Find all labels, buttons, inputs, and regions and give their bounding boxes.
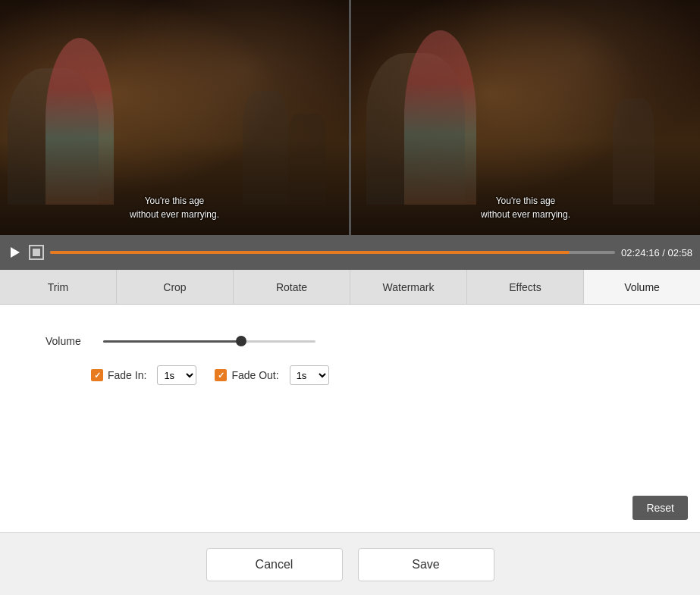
video-panel-right: You're this age without ever marrying. bbox=[349, 0, 700, 235]
fade-in-checkbox[interactable] bbox=[91, 369, 103, 381]
fade-in-label: Fade In: bbox=[108, 369, 146, 381]
stop-button[interactable] bbox=[29, 245, 44, 260]
fade-options-row: Fade In: 1s 2s 3s 5s Fade Out: 1s 2s 3s … bbox=[15, 365, 685, 385]
volume-row: Volume bbox=[15, 335, 685, 347]
volume-panel: Volume Fade In: 1s 2s 3s 5s Fade Out: 1s… bbox=[0, 305, 700, 532]
volume-slider-fill bbox=[103, 340, 241, 343]
tab-volume[interactable]: Volume bbox=[584, 270, 700, 304]
volume-label: Volume bbox=[46, 335, 91, 347]
playback-bar: 02:24:16 / 02:58 bbox=[0, 235, 700, 270]
fade-out-duration-select[interactable]: 1s 2s 3s 5s bbox=[290, 365, 329, 385]
cancel-button[interactable]: Cancel bbox=[206, 548, 343, 581]
tab-rotate[interactable]: Rotate bbox=[234, 270, 350, 304]
volume-slider[interactable] bbox=[103, 340, 315, 343]
tab-trim[interactable]: Trim bbox=[0, 270, 117, 304]
video-frame-right: You're this age without ever marrying. bbox=[351, 0, 700, 235]
tab-bar: Trim Crop Rotate Watermark Effects Volum… bbox=[0, 270, 700, 305]
fade-out-label: Fade Out: bbox=[231, 369, 278, 381]
fade-out-wrapper: Fade Out: bbox=[215, 369, 278, 381]
video-frame-left: You're this age without ever marrying. bbox=[0, 0, 349, 235]
video-preview-area: You're this age without ever marrying. Y… bbox=[0, 0, 700, 235]
progress-fill bbox=[50, 251, 570, 254]
time-display: 02:24:16 / 02:58 bbox=[621, 247, 692, 258]
save-button[interactable]: Save bbox=[358, 548, 494, 581]
bottom-bar: Cancel Save bbox=[0, 532, 700, 595]
play-button[interactable] bbox=[8, 245, 23, 260]
tab-watermark[interactable]: Watermark bbox=[350, 270, 467, 304]
tab-effects[interactable]: Effects bbox=[467, 270, 584, 304]
progress-track[interactable] bbox=[50, 251, 615, 254]
fade-out-checkbox[interactable] bbox=[215, 369, 227, 381]
fade-in-duration-select[interactable]: 1s 2s 3s 5s bbox=[157, 365, 196, 385]
reset-button[interactable]: Reset bbox=[633, 496, 688, 520]
video-panel-left: You're this age without ever marrying. bbox=[0, 0, 349, 235]
subtitle-left: You're this age without ever marrying. bbox=[130, 194, 219, 221]
tab-crop[interactable]: Crop bbox=[117, 270, 234, 304]
volume-slider-thumb[interactable] bbox=[236, 336, 246, 346]
subtitle-right: You're this age without ever marrying. bbox=[481, 194, 570, 221]
svg-marker-0 bbox=[11, 247, 20, 258]
fade-in-wrapper: Fade In: bbox=[91, 369, 146, 381]
